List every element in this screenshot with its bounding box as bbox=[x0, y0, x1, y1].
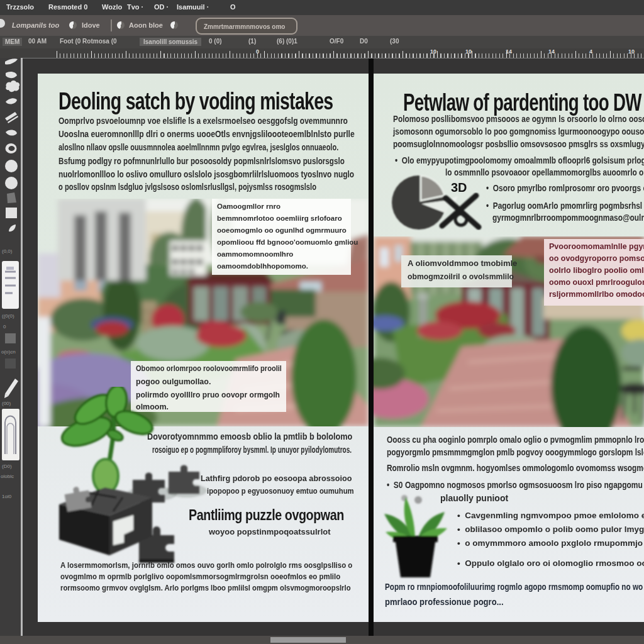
svg-text:(00): (00) bbox=[2, 401, 11, 406]
svg-text:0: 0 bbox=[3, 324, 6, 330]
svg-text:1ol0: 1ol0 bbox=[2, 494, 12, 499]
svg-text:((0(0): ((0(0) bbox=[2, 313, 14, 319]
svg-text:(0,0): (0,0) bbox=[2, 248, 13, 254]
svg-text:oloblc: oloblc bbox=[1, 474, 14, 479]
svg-text:(D0): (D0) bbox=[2, 464, 12, 469]
svg-text:o(o)cn: o(o)cn bbox=[1, 349, 16, 355]
